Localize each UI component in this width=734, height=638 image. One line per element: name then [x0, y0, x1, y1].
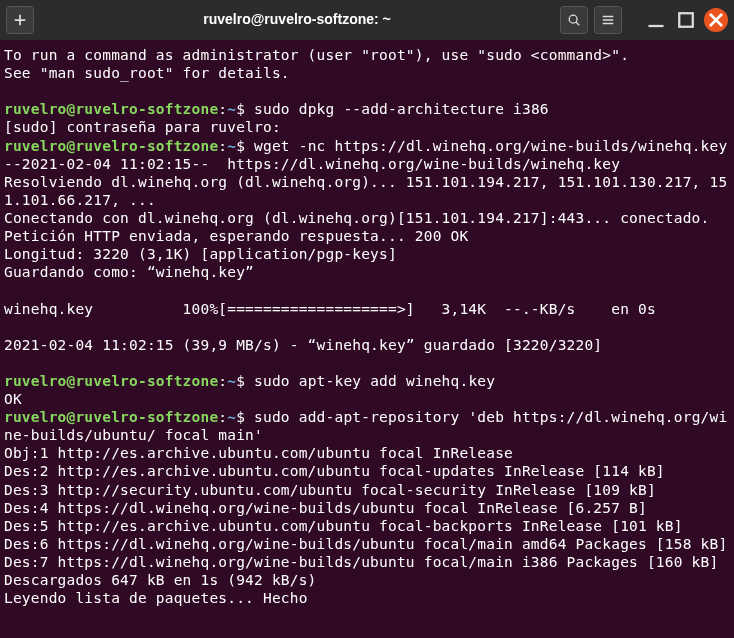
prompt-line: ruvelro@ruvelro-softzone:~$ sudo apt-key…: [4, 372, 730, 390]
prompt-line: ruvelro@ruvelro-softzone:~$ sudo add-apt…: [4, 408, 730, 444]
plus-icon: [13, 13, 27, 27]
close-icon: [704, 8, 728, 32]
output-line: [4, 82, 730, 100]
prompt-colon: :: [218, 101, 227, 117]
svg-line-1: [576, 22, 579, 25]
output-line: Guardando como: “winehq.key”: [4, 263, 730, 281]
output-line: Des:7 https://dl.winehq.org/wine-builds/…: [4, 553, 730, 571]
window-title: ruvelro@ruvelro-softzone: ~: [34, 11, 560, 29]
prompt-user: ruvelro@ruvelro-softzone: [4, 409, 218, 425]
output-line: Des:4 https://dl.winehq.org/wine-builds/…: [4, 499, 730, 517]
prompt-colon: :: [218, 409, 227, 425]
close-button[interactable]: [704, 8, 728, 32]
prompt-dollar: $: [236, 101, 254, 117]
output-line: Petición HTTP enviada, esperando respues…: [4, 227, 730, 245]
output-line: Resolviendo dl.winehq.org (dl.winehq.org…: [4, 173, 730, 209]
prompt-user: ruvelro@ruvelro-softzone: [4, 373, 218, 389]
titlebar: ruvelro@ruvelro-softzone: ~: [0, 0, 734, 40]
maximize-button[interactable]: [674, 8, 698, 32]
output-line: See "man sudo_root" for details.: [4, 64, 730, 82]
prompt-dollar: $: [236, 138, 254, 154]
new-tab-button[interactable]: [6, 6, 34, 34]
search-button[interactable]: [560, 6, 588, 34]
output-line: Descargados 647 kB en 1s (942 kB/s): [4, 571, 730, 589]
prompt-colon: :: [218, 373, 227, 389]
prompt-line: ruvelro@ruvelro-softzone:~$ wget -nc htt…: [4, 137, 730, 155]
prompt-user: ruvelro@ruvelro-softzone: [4, 101, 218, 117]
output-line: winehq.key 100%[===================>] 3,…: [4, 300, 730, 318]
output-line: [4, 282, 730, 300]
prompt-dollar: $: [236, 409, 254, 425]
prompt-path: ~: [227, 101, 236, 117]
svg-rect-3: [679, 13, 693, 27]
output-line: --2021-02-04 11:02:15-- https://dl.wineh…: [4, 155, 730, 173]
terminal-body[interactable]: To run a command as administrator (user …: [0, 40, 734, 613]
output-line: Conectando con dl.winehq.org (dl.winehq.…: [4, 209, 730, 227]
output-line: [4, 318, 730, 336]
command-text: wget -nc https://dl.winehq.org/wine-buil…: [254, 138, 727, 154]
output-line: [sudo] contraseña para ruvelro:: [4, 118, 730, 136]
output-line: To run a command as administrator (user …: [4, 46, 730, 64]
prompt-colon: :: [218, 138, 227, 154]
prompt-path: ~: [227, 373, 236, 389]
prompt-line: ruvelro@ruvelro-softzone:~$ sudo dpkg --…: [4, 100, 730, 118]
output-line: Longitud: 3220 (3,1K) [application/pgp-k…: [4, 245, 730, 263]
prompt-path: ~: [227, 138, 236, 154]
minimize-button[interactable]: [644, 8, 668, 32]
command-text: sudo apt-key add winehq.key: [254, 373, 495, 389]
search-icon: [567, 13, 581, 27]
prompt-dollar: $: [236, 373, 254, 389]
output-line: Des:2 http://es.archive.ubuntu.com/ubunt…: [4, 462, 730, 480]
output-line: OK: [4, 390, 730, 408]
svg-point-0: [569, 15, 577, 23]
output-line: Des:3 http://security.ubuntu.com/ubuntu …: [4, 481, 730, 499]
hamburger-icon: [601, 13, 615, 27]
menu-button[interactable]: [594, 6, 622, 34]
output-line: [4, 354, 730, 372]
output-line: Obj:1 http://es.archive.ubuntu.com/ubunt…: [4, 444, 730, 462]
prompt-user: ruvelro@ruvelro-softzone: [4, 138, 218, 154]
output-line: 2021-02-04 11:02:15 (39,9 MB/s) - “wineh…: [4, 336, 730, 354]
output-line: Des:5 http://es.archive.ubuntu.com/ubunt…: [4, 517, 730, 535]
prompt-path: ~: [227, 409, 236, 425]
command-text: sudo dpkg --add-architecture i386: [254, 101, 549, 117]
minimize-icon: [644, 8, 668, 32]
output-line: Leyendo lista de paquetes... Hecho: [4, 589, 730, 607]
output-line: Des:6 https://dl.winehq.org/wine-builds/…: [4, 535, 730, 553]
maximize-icon: [674, 8, 698, 32]
